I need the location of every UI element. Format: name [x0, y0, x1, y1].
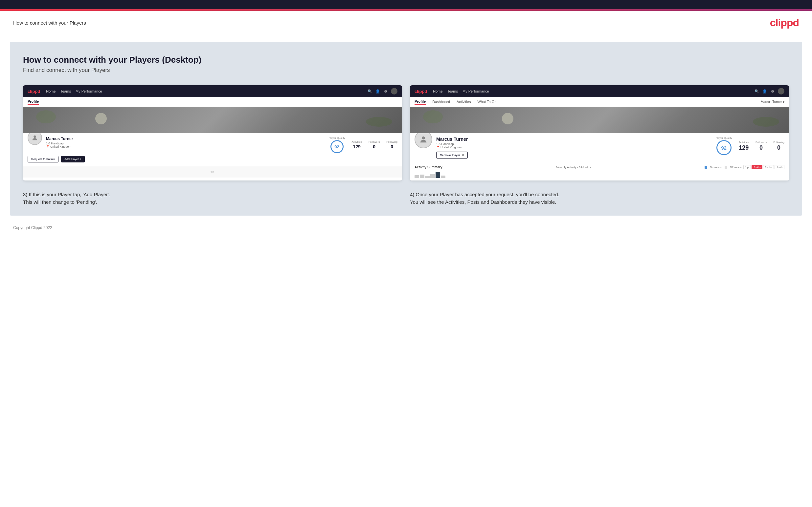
right-following-label: Following [773, 141, 784, 144]
period-1yr-button[interactable]: 1 yr [743, 165, 751, 169]
search-icon[interactable]: 🔍 [367, 89, 372, 94]
hero-shape2 [95, 113, 107, 124]
right-avatar-icon [419, 135, 428, 144]
page-header: How to connect with your Players clippd [0, 11, 812, 35]
period-1mth-button[interactable]: 1 mth [774, 165, 784, 169]
top-dark-bar [0, 0, 812, 9]
right-subnav: Profile Dashboard Activities What To On … [410, 97, 789, 107]
screenshot-left: clippd Home Teams My Performance 🔍 👤 ⚙ P… [23, 85, 402, 180]
chart-bar-6 [441, 176, 445, 178]
captions-row: 3) If this is your Player tap, 'Add Play… [23, 191, 789, 206]
activity-summary-title: Activity Summary [414, 165, 442, 169]
hero-shape3 [366, 117, 392, 127]
right-avatar-nav[interactable] [778, 88, 784, 95]
clippd-logo: clippd [770, 17, 799, 29]
left-action-buttons: Request to Follow Add Player + [28, 156, 398, 162]
screenshot-right: clippd Home Teams My Performance 🔍 👤 ⚙ P… [410, 85, 789, 180]
right-hero-shape2 [502, 113, 513, 124]
left-profile-info: Marcus Turner 1-5 Handicap 📍 United King… [46, 136, 325, 148]
page-title: How to connect with your Players [13, 20, 86, 25]
right-activity-section: Activity Summary Monthly Activity · 6 Mo… [410, 162, 789, 180]
main-title: How to connect with your Players (Deskto… [23, 55, 789, 65]
right-hero-bg [410, 107, 789, 133]
header-divider [13, 35, 799, 35]
chart-bar-5 [436, 172, 440, 178]
left-edit-area: ✏ [23, 166, 402, 177]
right-profile-stats: Player Quality 92 Activities 129 Followe… [716, 136, 784, 155]
left-quality-group: Player Quality 92 [329, 136, 345, 153]
right-hero-shape3 [753, 117, 779, 127]
right-activities-value: 129 [739, 145, 749, 151]
chart-bar-3 [425, 176, 429, 178]
avatar-icon [31, 134, 39, 142]
period-buttons: 1 yr 6 mths 3 mths 1 mth [743, 165, 784, 169]
left-quality-circle: 92 [331, 140, 344, 153]
remove-x-icon: ✕ [461, 153, 464, 157]
left-hero [23, 107, 402, 133]
left-profile-row: Marcus Turner 1-5 Handicap 📍 United King… [28, 136, 398, 153]
remove-player-label: Remove Player [440, 154, 460, 157]
right-hero [410, 107, 789, 133]
right-subnav-user[interactable]: Marcus Turner ▾ [761, 100, 784, 104]
oncourse-legend-dot [705, 166, 707, 169]
caption-right-text: 4) Once your Player has accepted your re… [410, 191, 789, 206]
request-follow-button[interactable]: Request to Follow [28, 156, 58, 162]
right-person-icon[interactable]: 👤 [762, 89, 767, 94]
left-nav-links: Home Teams My Performance [46, 89, 367, 93]
offcourse-legend-dot [725, 166, 727, 169]
left-quality-label: Player Quality [329, 136, 345, 139]
plus-icon: + [80, 158, 82, 161]
left-player-location: 📍 United Kingdom [46, 145, 325, 148]
right-nav-icons: 🔍 👤 ⚙ [754, 88, 784, 95]
screenshots-row: clippd Home Teams My Performance 🔍 👤 ⚙ P… [23, 85, 789, 180]
right-profile-info: Marcus Turner 1-5 Handicap 📍 United King… [436, 136, 712, 159]
activity-controls: On course Off course 1 yr 6 mths 3 mths … [705, 165, 784, 169]
left-following-group: Following 0 [386, 140, 398, 149]
left-tab-profile[interactable]: Profile [28, 100, 39, 105]
copyright-text: Copyright Clippd 2022 [13, 225, 52, 230]
right-tab-profile[interactable]: Profile [414, 100, 426, 105]
left-avatar-nav[interactable] [391, 88, 398, 95]
svg-point-1 [422, 136, 425, 139]
left-nav-teams: Teams [60, 89, 71, 93]
right-nav-home: Home [433, 89, 443, 93]
add-player-button[interactable]: Add Player + [61, 156, 85, 162]
right-quality-group: Player Quality 92 [716, 136, 732, 155]
left-hero-bg [23, 107, 402, 133]
right-player-location: 📍 United Kingdom [436, 146, 712, 149]
right-nav-logo: clippd [414, 89, 427, 94]
left-app-nav: clippd Home Teams My Performance 🔍 👤 ⚙ [23, 85, 402, 97]
page-footer: Copyright Clippd 2022 [0, 222, 812, 233]
activity-header: Activity Summary Monthly Activity · 6 Mo… [414, 165, 784, 169]
person-icon[interactable]: 👤 [375, 89, 380, 94]
left-nav-logo: clippd [28, 89, 40, 94]
right-settings-icon[interactable]: ⚙ [770, 89, 775, 94]
right-player-avatar [414, 130, 432, 148]
left-nav-myperformance: My Performance [75, 89, 102, 93]
add-player-label: Add Player [64, 158, 79, 161]
right-quality-circle: 92 [716, 140, 731, 155]
activity-chart [414, 171, 784, 178]
right-hero-shape1 [423, 110, 443, 123]
activity-legend: On course Off course [705, 166, 742, 169]
right-search-icon[interactable]: 🔍 [754, 89, 759, 94]
right-app-nav: clippd Home Teams My Performance 🔍 👤 ⚙ [410, 85, 789, 97]
period-3mths-button[interactable]: 3 mths [763, 165, 774, 169]
settings-icon[interactable]: ⚙ [383, 89, 388, 94]
right-player-handicap: 1-5 Handicap [436, 143, 712, 146]
right-tab-whattoon[interactable]: What To On [477, 100, 496, 104]
edit-icon: ✏ [211, 169, 214, 175]
right-activities-label: Activities [739, 141, 749, 144]
right-activities-group: Activities 129 [739, 141, 749, 151]
caption-left-text: 3) If this is your Player tap, 'Add Play… [23, 191, 402, 206]
period-6mths-button[interactable]: 6 mths [752, 165, 762, 169]
right-tab-activities[interactable]: Activities [457, 100, 471, 104]
right-nav-myperformance: My Performance [462, 89, 489, 93]
remove-player-button[interactable]: Remove Player ✕ [436, 152, 468, 159]
main-subtitle: Find and connect with your Players [23, 67, 789, 73]
right-tab-dashboard[interactable]: Dashboard [432, 100, 450, 104]
left-following-value: 0 [391, 144, 393, 149]
right-quality-label: Player Quality [716, 136, 732, 139]
right-player-name: Marcus Turner [436, 136, 712, 142]
caption-right-block: 4) Once your Player has accepted your re… [410, 191, 789, 206]
